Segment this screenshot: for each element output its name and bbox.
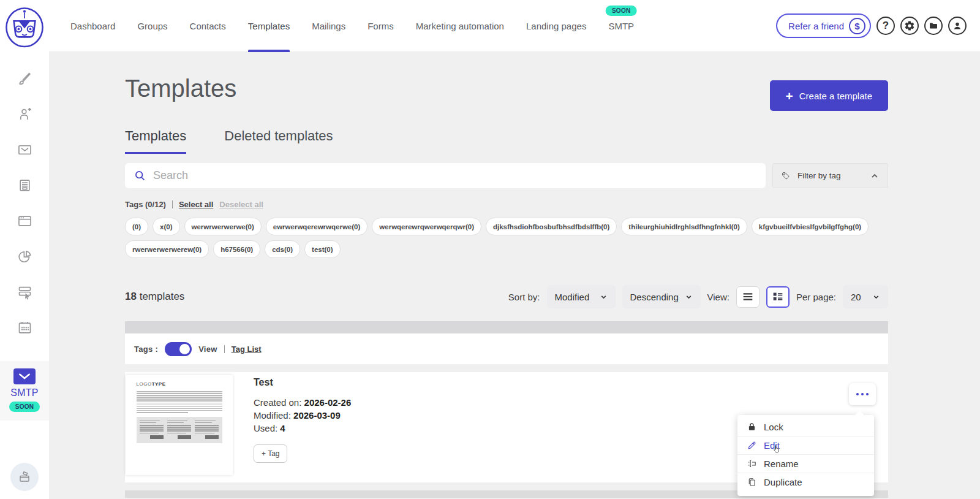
page-header: Templates + Create a template — [125, 75, 888, 111]
template-more-button[interactable] — [849, 383, 876, 405]
tag-chip[interactable]: h67566(0) — [213, 240, 260, 258]
tags-toggle-row: Tags : View Tag List — [125, 333, 888, 364]
list-view-button[interactable] — [736, 286, 760, 308]
add-tag-button[interactable]: + Tag — [254, 444, 287, 463]
template-name[interactable]: Test — [254, 377, 351, 388]
tag-list-link[interactable]: Tag List — [232, 345, 262, 354]
tag-chip[interactable]: werwqerewrqwerwqerqwr(0) — [372, 218, 481, 235]
refer-a-friend-button[interactable]: Refer a friend $ — [776, 13, 871, 38]
account-button[interactable] — [948, 17, 967, 35]
sidebar-item-landing-pages[interactable] — [0, 203, 49, 238]
tab-deleted-templates[interactable]: Deleted templates — [224, 128, 333, 154]
menu-item-lock[interactable]: Lock — [737, 417, 874, 436]
menu-item-rename[interactable]: Rename — [737, 454, 874, 473]
smtp-soon-badge: SOON — [9, 402, 40, 412]
list-header-strip — [125, 321, 888, 333]
envelope-icon — [17, 142, 33, 158]
nav-label: Dashboard — [70, 21, 115, 31]
template-details: Test Created on: 2026-02-26 Modified: 20… — [254, 372, 351, 463]
nav-item-contacts[interactable]: Contacts — [190, 0, 226, 52]
tag-chip[interactable]: djksfhsdiohfbosbufbhsdfbdslffb(0) — [486, 218, 617, 235]
per-page-dropdown[interactable]: 20 — [843, 285, 888, 308]
tag-chip[interactable]: kfgvbueilfvbieslfgvbilgffghg(0) — [752, 218, 869, 235]
select-all-link[interactable]: Select all — [179, 200, 213, 209]
brand-logo[interactable] — [0, 0, 49, 52]
tag-chip[interactable]: rwerwerwerwerew(0) — [125, 240, 209, 258]
tag-chip[interactable]: x(0) — [153, 218, 179, 235]
search-box — [125, 163, 766, 188]
chevron-up-icon — [870, 171, 880, 181]
nav-item-forms[interactable]: Forms — [368, 0, 394, 52]
dollar-icon: $ — [849, 18, 865, 34]
nav-item-landing-pages[interactable]: Landing pages — [526, 0, 586, 52]
sidebar: SMTP SOON — [0, 0, 49, 499]
calendar-icon — [17, 319, 33, 336]
tag-chip[interactable]: test(0) — [304, 240, 341, 258]
plus-icon: + — [786, 90, 793, 102]
sidebar-item-design[interactable] — [0, 61, 49, 96]
nav-item-templates[interactable]: Templates — [248, 0, 290, 52]
sort-direction-dropdown[interactable]: Descending — [622, 285, 701, 308]
template-meta: Created on: 2026-02-26 Modified: 2026-03… — [254, 396, 351, 435]
sort-by-label: Sort by: — [508, 292, 540, 302]
view-label: View: — [707, 292, 729, 302]
tag-chip[interactable]: cds(0) — [265, 240, 300, 258]
list-controls: 18 templates Sort by: Modified Descendin… — [125, 285, 888, 308]
settings-button[interactable] — [900, 17, 919, 35]
sidebar-item-calendar[interactable] — [0, 310, 49, 345]
tab-bar: Templates Deleted templates — [125, 128, 888, 154]
nav-label: Marketing automation — [416, 21, 504, 31]
files-button[interactable] — [924, 17, 943, 35]
topbar-actions: Refer a friend $ ? — [776, 13, 967, 38]
template-preview: LOGOTYPE — [137, 381, 222, 443]
add-person-icon — [17, 106, 33, 123]
template-thumbnail[interactable]: LOGOTYPE — [126, 375, 233, 475]
tags-view-toggle[interactable] — [165, 342, 192, 356]
search-input[interactable] — [153, 169, 757, 182]
nav-item-smtp[interactable]: SOON SMTP — [608, 0, 634, 52]
create-template-button[interactable]: + Create a template — [770, 80, 889, 111]
brush-icon — [17, 70, 33, 87]
nav-label: Contacts — [190, 21, 226, 31]
sidebar-icon-rail — [0, 61, 49, 345]
nav-item-dashboard[interactable]: Dashboard — [70, 0, 115, 52]
nav-label: SMTP — [608, 21, 634, 31]
sidebar-item-statistics[interactable] — [0, 238, 49, 274]
tags-summary-row: Tags (0/12) Select all Deselect all — [125, 200, 888, 209]
nav-item-mailings[interactable]: Mailings — [312, 0, 345, 52]
sidebar-item-mailings[interactable] — [0, 132, 49, 167]
filter-by-tag-label: Filter by tag — [797, 171, 841, 180]
gear-icon — [904, 20, 915, 31]
sort-field-dropdown[interactable]: Modified — [547, 285, 616, 308]
menu-item-edit[interactable]: Edit — [737, 436, 874, 454]
toggle-knob — [179, 344, 190, 354]
menu-item-duplicate[interactable]: Duplicate — [737, 473, 874, 491]
tag-chip[interactable]: thileurghiuhidlrghlsdfhngfnhkl(0) — [621, 218, 747, 235]
feedback-button[interactable] — [10, 463, 39, 491]
dots-icon — [866, 393, 869, 396]
tab-templates[interactable]: Templates — [125, 128, 186, 154]
help-button[interactable]: ? — [876, 17, 895, 35]
search-row: Filter by tag — [125, 163, 888, 188]
deselect-all-link[interactable]: Deselect all — [219, 200, 263, 209]
templates-count: 18 templates — [125, 291, 184, 303]
create-template-label: Create a template — [799, 91, 872, 101]
search-icon — [134, 169, 146, 182]
nav-item-marketing-automation[interactable]: Marketing automation — [416, 0, 504, 52]
sidebar-item-popups[interactable] — [0, 274, 49, 310]
tag-chip[interactable]: werwrwerwerwe(0) — [184, 218, 262, 235]
sidebar-item-contacts[interactable] — [0, 96, 49, 132]
tag-chip[interactable]: (0) — [125, 218, 148, 235]
grid-view-button[interactable] — [766, 286, 790, 308]
sidebar-item-smtp[interactable]: SMTP SOON — [0, 361, 49, 421]
dots-icon — [856, 393, 859, 396]
list-view-icon — [741, 290, 755, 303]
menu-item-label: Lock — [764, 422, 783, 432]
tag-chip[interactable]: ewrwerwqerewrwqerwe(0) — [266, 218, 368, 235]
filter-by-tag-button[interactable]: Filter by tag — [772, 163, 888, 188]
ballot-box-icon — [17, 470, 32, 484]
sidebar-item-forms[interactable] — [0, 167, 49, 203]
nav-item-groups[interactable]: Groups — [137, 0, 167, 52]
browser-window-icon — [17, 213, 33, 229]
folder-icon — [928, 20, 939, 31]
